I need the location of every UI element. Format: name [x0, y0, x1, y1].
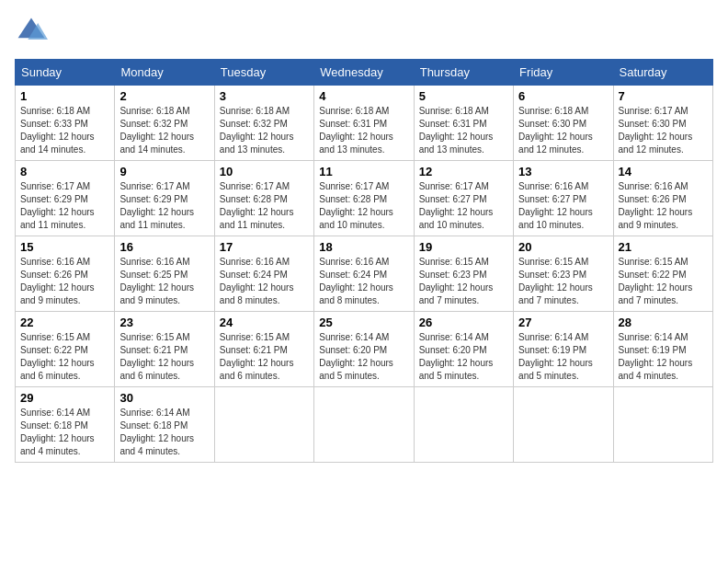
- day-number: 25: [319, 316, 408, 329]
- empty-cell: [414, 387, 513, 463]
- day-number: 8: [20, 165, 109, 178]
- day-info: Sunrise: 6:14 AMSunset: 6:18 PMDaylight:…: [20, 408, 95, 456]
- day-cell-1: 1 Sunrise: 6:18 AMSunset: 6:33 PMDayligh…: [16, 86, 115, 161]
- day-cell-28: 28 Sunrise: 6:14 AMSunset: 6:19 PMDaylig…: [613, 312, 712, 387]
- day-info: Sunrise: 6:18 AMSunset: 6:31 PMDaylight:…: [419, 106, 494, 155]
- day-cell-18: 18 Sunrise: 6:16 AMSunset: 6:24 PMDaylig…: [314, 236, 414, 312]
- day-cell-20: 20 Sunrise: 6:15 AMSunset: 6:23 PMDaylig…: [514, 236, 613, 312]
- day-info: Sunrise: 6:14 AMSunset: 6:20 PMDaylight:…: [319, 332, 393, 381]
- day-cell-15: 15 Sunrise: 6:16 AMSunset: 6:26 PMDaylig…: [16, 236, 115, 312]
- day-number: 7: [619, 89, 708, 103]
- day-cell-9: 9 Sunrise: 6:17 AMSunset: 6:29 PMDayligh…: [115, 161, 214, 236]
- week-row-3: 15 Sunrise: 6:16 AMSunset: 6:26 PMDaylig…: [16, 236, 713, 312]
- day-cell-12: 12 Sunrise: 6:17 AMSunset: 6:27 PMDaylig…: [414, 161, 513, 236]
- day-number: 29: [20, 391, 109, 405]
- logo-icon: [15, 15, 48, 48]
- day-cell-2: 2 Sunrise: 6:18 AMSunset: 6:32 PMDayligh…: [115, 86, 214, 161]
- day-header-friday: Friday: [514, 60, 613, 86]
- empty-cell: [314, 387, 414, 463]
- day-header-sunday: Sunday: [16, 60, 115, 86]
- day-info: Sunrise: 6:17 AMSunset: 6:28 PMDaylight:…: [319, 181, 393, 230]
- day-info: Sunrise: 6:17 AMSunset: 6:29 PMDaylight:…: [20, 181, 95, 230]
- day-number: 18: [319, 240, 408, 254]
- empty-cell: [514, 387, 613, 463]
- day-info: Sunrise: 6:14 AMSunset: 6:20 PMDaylight:…: [419, 332, 494, 381]
- day-number: 19: [419, 240, 508, 254]
- day-cell-4: 4 Sunrise: 6:18 AMSunset: 6:31 PMDayligh…: [314, 86, 414, 161]
- day-number: 20: [518, 240, 608, 254]
- day-number: 21: [619, 240, 708, 254]
- day-number: 30: [119, 391, 209, 405]
- day-header-monday: Monday: [115, 60, 214, 86]
- day-number: 6: [518, 89, 608, 103]
- day-info: Sunrise: 6:15 AMSunset: 6:22 PMDaylight:…: [20, 332, 95, 381]
- page-header: [15, 15, 713, 48]
- day-info: Sunrise: 6:18 AMSunset: 6:31 PMDaylight:…: [319, 106, 393, 155]
- day-info: Sunrise: 6:16 AMSunset: 6:27 PMDaylight:…: [518, 181, 593, 230]
- day-number: 26: [419, 316, 508, 329]
- day-cell-5: 5 Sunrise: 6:18 AMSunset: 6:31 PMDayligh…: [414, 86, 513, 161]
- day-info: Sunrise: 6:15 AMSunset: 6:21 PMDaylight:…: [220, 332, 294, 381]
- day-cell-17: 17 Sunrise: 6:16 AMSunset: 6:24 PMDaylig…: [214, 236, 313, 312]
- day-cell-16: 16 Sunrise: 6:16 AMSunset: 6:25 PMDaylig…: [115, 236, 214, 312]
- day-info: Sunrise: 6:16 AMSunset: 6:25 PMDaylight:…: [119, 257, 194, 305]
- day-info: Sunrise: 6:18 AMSunset: 6:32 PMDaylight:…: [220, 106, 294, 155]
- week-row-2: 8 Sunrise: 6:17 AMSunset: 6:29 PMDayligh…: [16, 161, 713, 236]
- day-info: Sunrise: 6:15 AMSunset: 6:23 PMDaylight:…: [419, 257, 494, 305]
- day-number: 13: [518, 165, 608, 178]
- day-cell-25: 25 Sunrise: 6:14 AMSunset: 6:20 PMDaylig…: [314, 312, 414, 387]
- empty-cell: [214, 387, 313, 463]
- day-info: Sunrise: 6:18 AMSunset: 6:33 PMDaylight:…: [20, 106, 95, 155]
- day-cell-23: 23 Sunrise: 6:15 AMSunset: 6:21 PMDaylig…: [115, 312, 214, 387]
- day-header-saturday: Saturday: [613, 60, 712, 86]
- day-number: 22: [20, 316, 109, 329]
- day-cell-19: 19 Sunrise: 6:15 AMSunset: 6:23 PMDaylig…: [414, 236, 513, 312]
- day-cell-10: 10 Sunrise: 6:17 AMSunset: 6:28 PMDaylig…: [214, 161, 313, 236]
- day-header-tuesday: Tuesday: [214, 60, 313, 86]
- day-number: 12: [419, 165, 508, 178]
- day-cell-11: 11 Sunrise: 6:17 AMSunset: 6:28 PMDaylig…: [314, 161, 414, 236]
- day-info: Sunrise: 6:17 AMSunset: 6:27 PMDaylight:…: [419, 181, 494, 230]
- day-info: Sunrise: 6:15 AMSunset: 6:22 PMDaylight:…: [619, 257, 693, 305]
- day-number: 11: [319, 165, 408, 178]
- day-number: 17: [220, 240, 309, 254]
- day-number: 2: [119, 89, 209, 103]
- day-number: 10: [220, 165, 309, 178]
- day-cell-24: 24 Sunrise: 6:15 AMSunset: 6:21 PMDaylig…: [214, 312, 313, 387]
- day-number: 27: [518, 316, 608, 329]
- day-cell-29: 29 Sunrise: 6:14 AMSunset: 6:18 PMDaylig…: [16, 387, 115, 463]
- day-number: 15: [20, 240, 109, 254]
- day-cell-30: 30 Sunrise: 6:14 AMSunset: 6:18 PMDaylig…: [115, 387, 214, 463]
- day-cell-13: 13 Sunrise: 6:16 AMSunset: 6:27 PMDaylig…: [514, 161, 613, 236]
- day-info: Sunrise: 6:15 AMSunset: 6:23 PMDaylight:…: [518, 257, 593, 305]
- week-row-5: 29 Sunrise: 6:14 AMSunset: 6:18 PMDaylig…: [16, 387, 713, 463]
- day-cell-27: 27 Sunrise: 6:14 AMSunset: 6:19 PMDaylig…: [514, 312, 613, 387]
- day-cell-3: 3 Sunrise: 6:18 AMSunset: 6:32 PMDayligh…: [214, 86, 313, 161]
- calendar-header-row: SundayMondayTuesdayWednesdayThursdayFrid…: [16, 60, 713, 86]
- day-number: 23: [119, 316, 209, 329]
- calendar-table: SundayMondayTuesdayWednesdayThursdayFrid…: [15, 59, 713, 463]
- day-info: Sunrise: 6:17 AMSunset: 6:29 PMDaylight:…: [119, 181, 194, 230]
- empty-cell: [613, 387, 712, 463]
- day-info: Sunrise: 6:18 AMSunset: 6:32 PMDaylight:…: [119, 106, 194, 155]
- day-info: Sunrise: 6:16 AMSunset: 6:24 PMDaylight:…: [319, 257, 393, 305]
- day-info: Sunrise: 6:14 AMSunset: 6:18 PMDaylight:…: [119, 408, 194, 456]
- day-number: 3: [220, 89, 309, 103]
- day-cell-21: 21 Sunrise: 6:15 AMSunset: 6:22 PMDaylig…: [613, 236, 712, 312]
- day-info: Sunrise: 6:16 AMSunset: 6:26 PMDaylight:…: [20, 257, 95, 305]
- day-number: 14: [619, 165, 708, 178]
- day-number: 5: [419, 89, 508, 103]
- day-number: 9: [119, 165, 209, 178]
- day-info: Sunrise: 6:16 AMSunset: 6:26 PMDaylight:…: [619, 181, 693, 230]
- day-info: Sunrise: 6:18 AMSunset: 6:30 PMDaylight:…: [518, 106, 593, 155]
- day-number: 1: [20, 89, 109, 103]
- day-info: Sunrise: 6:14 AMSunset: 6:19 PMDaylight:…: [619, 332, 693, 381]
- day-cell-6: 6 Sunrise: 6:18 AMSunset: 6:30 PMDayligh…: [514, 86, 613, 161]
- day-cell-8: 8 Sunrise: 6:17 AMSunset: 6:29 PMDayligh…: [16, 161, 115, 236]
- day-cell-22: 22 Sunrise: 6:15 AMSunset: 6:22 PMDaylig…: [16, 312, 115, 387]
- day-number: 4: [319, 89, 408, 103]
- day-number: 16: [119, 240, 209, 254]
- day-info: Sunrise: 6:16 AMSunset: 6:24 PMDaylight:…: [220, 257, 294, 305]
- day-header-thursday: Thursday: [414, 60, 513, 86]
- day-info: Sunrise: 6:15 AMSunset: 6:21 PMDaylight:…: [119, 332, 194, 381]
